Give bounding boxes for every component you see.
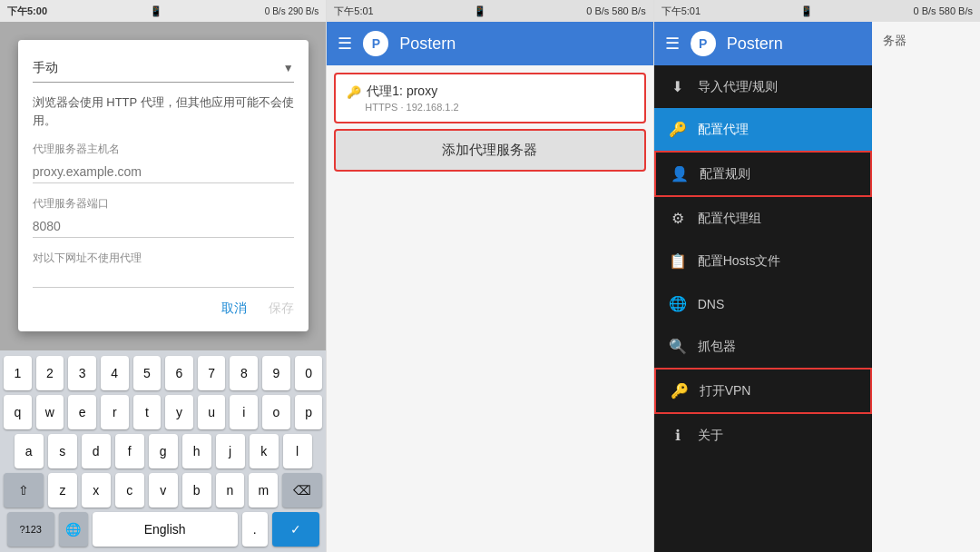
key-0[interactable]: 0 [295,356,323,390]
drawer-item-dns-label: DNS [698,297,725,311]
key-r[interactable]: r [101,395,129,429]
key-l[interactable]: l [283,434,312,468]
key-z[interactable]: z [48,473,77,508]
key-symbols[interactable]: ?123 [7,512,54,547]
rules-icon: 👤 [671,165,689,182]
key-i[interactable]: i [230,395,258,429]
keyboard: 1 2 3 4 5 6 7 8 9 0 q w e r t y u i o p … [0,350,326,552]
drawer-item-dns[interactable]: 🌐 DNS [654,282,872,325]
key-j[interactable]: j [216,434,245,468]
key-g[interactable]: g [149,434,178,468]
key-language[interactable]: English [93,512,238,547]
add-proxy-button[interactable]: 添加代理服务器 [334,129,645,172]
drawer-item-vpn[interactable]: 🔑 打开VPN [654,368,872,414]
drawer-item-import[interactable]: ⬇ 导入代理/规则 [654,65,872,108]
panel1-time: 下午5:00 [7,5,47,18]
key-f[interactable]: f [115,434,144,468]
key-globe-icon[interactable]: 🌐 [59,512,88,547]
key-8[interactable]: 8 [230,356,258,390]
key-u[interactable]: u [198,395,226,429]
keyboard-row-bottom: ?123 🌐 English . ✓ [4,512,322,547]
hosts-icon: 📋 [669,252,687,270]
key-done[interactable]: ✓ [272,512,319,547]
capture-icon: 🔍 [669,338,687,355]
key-4[interactable]: 4 [101,356,129,390]
drawer-item-about-label: 关于 [698,428,723,444]
key-w[interactable]: w [36,395,64,429]
panel2-toolbar: ☰ P Postern [327,22,652,65]
port-input[interactable] [33,215,294,238]
key-t[interactable]: t [133,395,162,429]
panel1-network: 0 B/s 290 B/s [265,6,318,16]
main-content-area: 务器 [872,22,980,552]
key-1[interactable]: 1 [4,356,32,390]
panel2-icon: 📱 [474,5,486,17]
drawer-header: ☰ P Postern [654,22,872,65]
proxy-list: 🔑 代理1: proxy HTTPS · 192.168.1.2 添加代理服务器 [327,65,652,552]
key-backspace[interactable]: ⌫ [282,473,322,508]
keyboard-row-qwerty: q w e r t y u i o p [4,395,322,429]
drawer-title: Postern [727,34,783,54]
key-x[interactable]: x [82,473,111,508]
app-logo: P [363,31,388,56]
proxy-key-icon: 🔑 [347,85,361,99]
key-a[interactable]: a [15,434,44,468]
proxy-item-name: 代理1: proxy [367,84,437,100]
hamburger-icon[interactable]: ☰ [338,34,352,54]
proxy-item-subtitle: HTTPS · 192.168.1.2 [347,102,632,113]
key-h[interactable]: h [182,434,211,468]
key-3[interactable]: 3 [68,356,96,390]
group-icon: ⚙ [669,210,687,227]
proxy-description: 浏览器会使用 HTTP 代理，但其他应用可能不会使用。 [33,94,294,129]
drawer-item-configure-proxy[interactable]: 🔑 配置代理 [654,108,872,151]
cancel-button[interactable]: 取消 [221,301,247,317]
key-q[interactable]: q [4,395,32,429]
drawer-item-capture[interactable]: 🔍 抓包器 [654,325,872,368]
key-2[interactable]: 2 [36,356,64,390]
proxy-key-icon-drawer: 🔑 [669,121,687,138]
drawer-item-hosts[interactable]: 📋 配置Hosts文件 [654,240,872,282]
key-period[interactable]: . [242,512,268,547]
panel1-status-bar: 下午5:00 📱 0 B/s 290 B/s [0,0,326,22]
proxy-type-dropdown[interactable]: 手动 ▼ [33,54,294,83]
navigation-drawer: ☰ P Postern ⬇ 导入代理/规则 🔑 配置代理 👤 配置规则 ⚙ 配置… [654,22,872,552]
key-y[interactable]: y [165,395,193,429]
key-b[interactable]: b [182,473,211,508]
drawer-item-about[interactable]: ℹ 关于 [654,414,872,457]
key-5[interactable]: 5 [133,356,162,390]
hostname-input[interactable] [33,161,294,183]
proxy-list-item[interactable]: 🔑 代理1: proxy HTTPS · 192.168.1.2 [334,73,645,123]
drawer-item-group-label: 配置代理组 [698,211,761,227]
key-shift[interactable]: ⇧ [4,473,44,508]
panel3-inner: ☰ P Postern ⬇ 导入代理/规则 🔑 配置代理 👤 配置规则 ⚙ 配置… [654,22,980,552]
panel1-icon: 📱 [150,5,162,17]
keyboard-row-numbers: 1 2 3 4 5 6 7 8 9 0 [4,356,322,390]
key-o[interactable]: o [262,395,290,429]
key-m[interactable]: m [249,473,278,508]
vpn-icon: 🔑 [671,382,689,399]
drawer-logo: P [691,31,716,56]
port-label: 代理服务器端口 [33,196,294,212]
key-e[interactable]: e [68,395,96,429]
app-title: Postern [399,34,456,54]
server-placeholder-text: 务器 [883,33,906,49]
key-6[interactable]: 6 [165,356,193,390]
drawer-item-configure-group[interactable]: ⚙ 配置代理组 [654,197,872,240]
key-n[interactable]: n [216,473,245,508]
panel3-time: 下午5:01 [662,5,701,18]
key-9[interactable]: 9 [262,356,290,390]
key-7[interactable]: 7 [198,356,226,390]
panel2-network: 0 B/s 580 B/s [586,5,645,16]
key-c[interactable]: c [115,473,144,508]
key-d[interactable]: d [82,434,111,468]
key-v[interactable]: v [149,473,178,508]
key-s[interactable]: s [48,434,77,468]
panel2-status-bar: 下午5:01 📱 0 B/s 580 B/s [327,0,652,22]
key-p[interactable]: p [295,395,323,429]
drawer-item-proxy-label: 配置代理 [698,122,749,138]
drawer-hamburger-icon[interactable]: ☰ [665,34,680,54]
keyboard-row-asdf: a s d f g h j k l [4,434,322,468]
save-button[interactable]: 保存 [269,301,294,317]
key-k[interactable]: k [250,434,279,468]
drawer-item-configure-rules[interactable]: 👤 配置规则 [654,151,872,197]
